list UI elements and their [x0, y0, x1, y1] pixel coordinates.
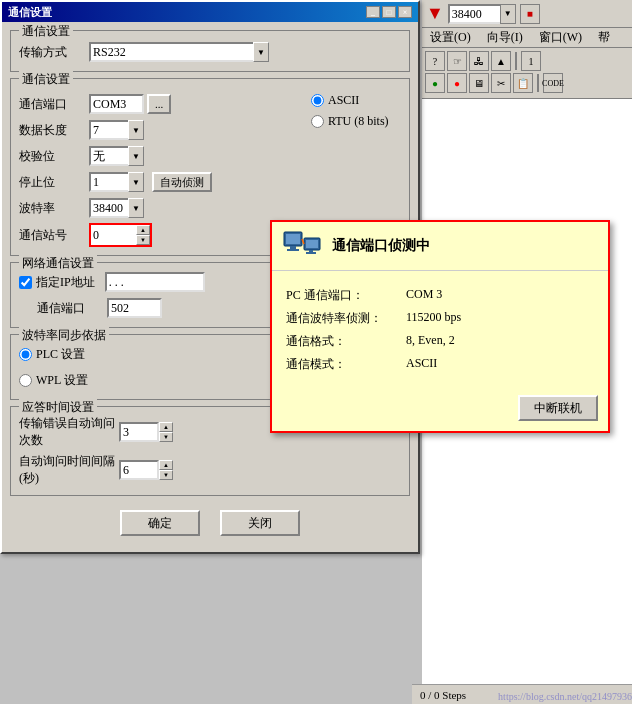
retry-count-spinner: ▲ ▼ — [119, 422, 173, 442]
menu-settings[interactable]: 设置(O) — [426, 29, 475, 46]
station-no-up-arrow[interactable]: ▲ — [136, 225, 150, 235]
station-no-label: 通信站号 — [19, 227, 89, 244]
tb-green-btn[interactable]: ● — [425, 73, 445, 93]
wpl-radio-item[interactable]: WPL 设置 — [19, 372, 88, 389]
plc-label: PLC 设置 — [36, 346, 85, 363]
tb-monitor-btn[interactable]: 🖥 — [469, 73, 489, 93]
tb-cut-btn[interactable]: ✂ — [491, 73, 511, 93]
popup-header: 通信端口侦测中 — [272, 222, 608, 271]
wpl-radio[interactable] — [19, 374, 32, 387]
menu-wizard[interactable]: 向导(I) — [483, 29, 527, 46]
section-comm-settings-label: 通信设置 — [19, 71, 73, 88]
red-arrow-icon: ▼ — [426, 3, 444, 24]
section-comm-mode-label: 通信设置 — [19, 23, 73, 40]
auto-detect-btn[interactable]: 自动侦测 — [152, 172, 212, 192]
tb-code-btn[interactable]: CODE — [543, 73, 563, 93]
dialog-title: 通信设置 — [8, 5, 52, 20]
tb-hand-btn[interactable]: ☞ — [447, 51, 467, 71]
rtu-label: RTU (8 bits) — [328, 114, 389, 129]
section-comm-mode: 通信设置 传输方式 RS232 RS485 USB Ethernet ▼ — [10, 30, 410, 72]
parity-select[interactable]: 无 奇 偶 — [89, 146, 144, 166]
network-port-input[interactable] — [107, 298, 162, 318]
title-maximize-btn[interactable]: □ — [382, 6, 396, 18]
retry-count-up-arrow[interactable]: ▲ — [159, 422, 173, 432]
baud-rate-top-select[interactable]: 38400 — [448, 4, 516, 24]
popup-value-1: 115200 bps — [406, 310, 461, 327]
retry-count-label: 传输错误自动询问次数 — [19, 415, 119, 449]
menu-help[interactable]: 帮 — [594, 29, 614, 46]
tb-network-btn[interactable]: 🖧 — [469, 51, 489, 71]
tb-copy-btn[interactable]: 📋 — [513, 73, 533, 93]
bottom-buttons: 确定 关闭 — [10, 502, 410, 544]
transfer-mode-select-wrapper: RS232 RS485 USB Ethernet ▼ — [89, 42, 269, 62]
popup-row-1: 通信波特率侦测： 115200 bps — [286, 310, 594, 327]
svg-rect-5 — [306, 240, 318, 248]
right-menubar: 设置(O) 向导(I) 窗口(W) 帮 — [422, 28, 632, 48]
popup-value-3: ASCII — [406, 356, 437, 373]
retry-count-input[interactable] — [119, 422, 159, 442]
popup-value-2: 8, Even, 2 — [406, 333, 455, 350]
svg-rect-1 — [286, 234, 300, 244]
close-button[interactable]: 关闭 — [220, 510, 300, 536]
interval-down-arrow[interactable]: ▼ — [159, 470, 173, 480]
data-bits-select-wrapper: 7 8 ▼ — [89, 120, 144, 140]
interval-arrows: ▲ ▼ — [159, 460, 173, 480]
plc-radio[interactable] — [19, 348, 32, 361]
comm-port-browse-btn[interactable]: ... — [147, 94, 171, 114]
data-bits-select[interactable]: 7 8 — [89, 120, 144, 140]
parity-select-wrapper: 无 奇 偶 ▼ — [89, 146, 144, 166]
watermark: https://blog.csdn.net/qq21497936 — [498, 691, 632, 702]
retry-count-down-arrow[interactable]: ▼ — [159, 432, 173, 442]
tb-red-btn[interactable]: ● — [447, 73, 467, 93]
comm-port-input[interactable]: COM3 — [89, 94, 144, 114]
interval-label: 自动询问时间间隔(秒) — [19, 453, 119, 487]
tb-up-btn[interactable]: ▲ — [491, 51, 511, 71]
disconnect-btn[interactable]: 中断联机 — [518, 395, 598, 421]
title-close-btn[interactable]: × — [398, 6, 412, 18]
interval-input[interactable] — [119, 460, 159, 480]
tb-separator-1 — [515, 52, 517, 70]
ascii-radio[interactable] — [311, 94, 324, 107]
rtu-radio[interactable] — [311, 115, 324, 128]
parity-label: 校验位 — [19, 148, 89, 165]
interval-up-arrow[interactable]: ▲ — [159, 460, 173, 470]
tb-num-btn[interactable]: 1 — [521, 51, 541, 71]
popup-title: 通信端口侦测中 — [332, 237, 430, 255]
baud-rate-label: 波特率 — [19, 200, 89, 217]
svg-rect-6 — [309, 250, 313, 252]
wpl-label: WPL 设置 — [36, 372, 88, 389]
station-no-spinner: 0 ▲ ▼ — [89, 223, 152, 247]
station-no-down-arrow[interactable]: ▼ — [136, 235, 150, 245]
station-no-input[interactable]: 0 — [91, 225, 136, 245]
section-network-label: 网络通信设置 — [19, 255, 97, 272]
popup-footer: 中断联机 — [272, 389, 608, 431]
title-buttons: _ □ × — [366, 6, 412, 18]
ascii-radio-item[interactable]: ASCII — [311, 93, 401, 108]
svg-rect-7 — [306, 252, 316, 254]
comm-settings-left: 通信端口 COM3 ... 数据长度 7 8 ▼ — [19, 89, 303, 251]
rtu-radio-item[interactable]: RTU (8 bits) — [311, 114, 401, 129]
specify-ip-checkbox[interactable] — [19, 276, 32, 289]
tb-question-btn[interactable]: ? — [425, 51, 445, 71]
toolbar-area: ? ☞ 🖧 ▲ 1 ● ● 🖥 ✂ 📋 CODE — [422, 48, 632, 99]
baud-rate-select[interactable]: 9600 19200 38400 57600 115200 — [89, 198, 144, 218]
interval-spinner: ▲ ▼ — [119, 460, 173, 480]
menu-window[interactable]: 窗口(W) — [535, 29, 586, 46]
popup-label-1: 通信波特率侦测： — [286, 310, 406, 327]
ascii-label: ASCII — [328, 93, 359, 108]
ip-address-input[interactable] — [105, 272, 205, 292]
network-port-label: 通信端口 — [37, 300, 107, 317]
title-minimize-btn[interactable]: _ — [366, 6, 380, 18]
stop-bits-select[interactable]: 1 2 — [89, 172, 144, 192]
baud-dropdown-wrapper: 38400 ▼ — [448, 4, 516, 24]
ok-button[interactable]: 确定 — [120, 510, 200, 536]
retry-count-arrows: ▲ ▼ — [159, 422, 173, 442]
popup-body: PC 通信端口： COM 3 通信波特率侦测： 115200 bps 通信格式：… — [272, 271, 608, 389]
data-bits-label: 数据长度 — [19, 122, 89, 139]
toolbar-btn-1[interactable]: ■ — [520, 4, 540, 24]
plc-radio-item[interactable]: PLC 设置 — [19, 346, 85, 363]
section-baud-sync-label: 波特率同步依据 — [19, 327, 109, 344]
transfer-mode-select[interactable]: RS232 RS485 USB Ethernet — [89, 42, 269, 62]
steps-text: 0 / 0 Steps — [420, 689, 466, 701]
dialog-titlebar: 通信设置 _ □ × — [2, 2, 418, 22]
